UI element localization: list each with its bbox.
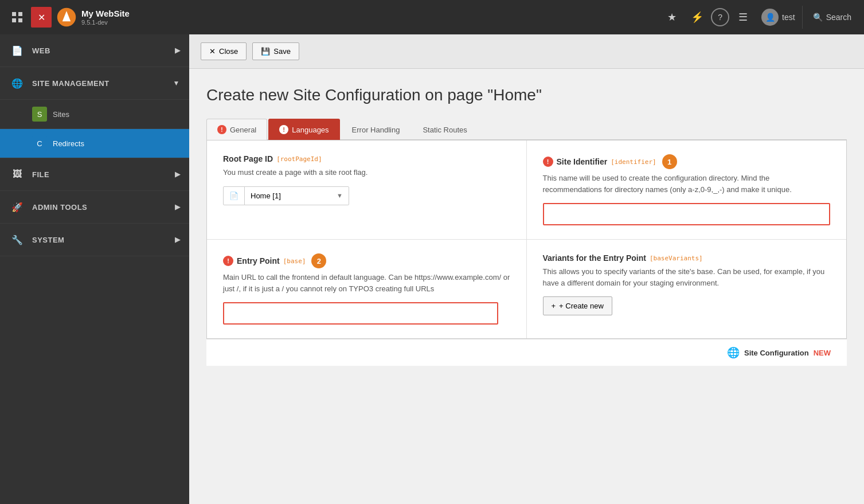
site-identifier-label: ! Site Identifier [identifier] 1: [543, 154, 831, 169]
form-section-2: ! Entry Point [base] 2 Main URL to call …: [207, 240, 846, 338]
close-icon: ✕: [209, 47, 216, 56]
footer-status: 🌐 Site Configuration NEW: [727, 346, 831, 359]
tab-languages-label: Languages: [292, 126, 329, 134]
entry-point-label-text: Entry Point: [237, 256, 280, 265]
brand-text: My WebSite 9.5.1-dev: [81, 9, 130, 26]
content-area: ✕ Close 💾 Save Create new Site Configura…: [189, 34, 864, 504]
base-variants-field: Variants for the Entry Point [baseVarian…: [527, 240, 847, 338]
tab-static-routes-label: Static Routes: [423, 126, 467, 134]
site-identifier-input[interactable]: [543, 203, 831, 225]
chevron-right-icon: ▶: [175, 46, 181, 54]
sites-icon: S: [32, 107, 47, 122]
tab-general[interactable]: ! General: [206, 119, 267, 140]
topbar-icons: ★ ⚡ ? ☰ 👤 test 🔍 Search: [660, 6, 858, 29]
form-section-1: Root Page ID [rootPageId] You must creat…: [207, 140, 846, 240]
sidebar-item-web[interactable]: 📄 WEB ▶: [0, 34, 189, 67]
base-variants-label: Variants for the Entry Point [baseVarian…: [543, 253, 831, 263]
sidebar-item-label: ADMIN TOOLS: [32, 203, 87, 212]
sidebar-item-file[interactable]: 🖼 FILE ▶: [0, 158, 189, 191]
sidebar-item-label: SITE MANAGEMENT: [32, 79, 110, 88]
page-title: Create new Site Configuration on page "H…: [206, 86, 847, 104]
entry-point-desc: Main URL to call the frontend in default…: [223, 272, 510, 294]
root-page-id-label: Root Page ID [rootPageId]: [223, 154, 510, 163]
close-button[interactable]: ✕ Close: [201, 42, 247, 60]
user-menu[interactable]: 👤 test: [757, 6, 800, 29]
close-label: Close: [219, 47, 238, 56]
brand: My WebSite 9.5.1-dev: [56, 7, 130, 28]
sidebar-item-site-management[interactable]: 🌐 SITE MANAGEMENT ▼: [0, 67, 189, 100]
plus-icon: +: [552, 302, 556, 310]
close-module-button[interactable]: ✕: [31, 7, 52, 28]
grid-icon: [11, 11, 23, 23]
site-identifier-label-text: Site Identifier: [557, 157, 608, 166]
svg-rect-3: [18, 18, 22, 22]
tabs: ! General ! Languages Error Handling Sta…: [206, 118, 847, 140]
footer-status-value: NEW: [814, 349, 831, 357]
footer-status-label: Site Configuration: [744, 349, 809, 357]
create-new-button[interactable]: + + Create new: [543, 296, 612, 315]
chevron-right-icon: ▶: [175, 236, 181, 244]
admin-tools-icon: 🚀: [9, 199, 25, 215]
globe-icon: 🌐: [727, 346, 740, 359]
sidebar-item-admin-tools[interactable]: 🚀 ADMIN TOOLS ▶: [0, 191, 189, 224]
root-page-id-tag: [rootPageId]: [276, 155, 322, 163]
site-identifier-desc: This name will be used to create the con…: [543, 173, 831, 195]
svg-rect-2: [12, 18, 16, 22]
sidebar-item-label: WEB: [32, 46, 50, 55]
chevron-down-icon: ▼: [331, 187, 349, 204]
sidebar-sub-label: Sites: [53, 110, 69, 119]
help-icon[interactable]: ?: [711, 8, 729, 26]
brand-name: My WebSite: [81, 9, 130, 19]
error-badge-general: !: [217, 125, 226, 134]
base-variants-desc: This allows you to specify variants of t…: [543, 266, 831, 288]
flash-icon[interactable]: ⚡: [686, 6, 709, 29]
web-icon: 📄: [9, 42, 25, 58]
entry-point-error-icon: !: [223, 256, 233, 266]
bookmark-icon[interactable]: ★: [660, 6, 683, 29]
main-content: Create new Site Configuration on page "H…: [189, 69, 864, 504]
save-button[interactable]: 💾 Save: [252, 42, 299, 60]
tab-error-handling[interactable]: Error Handling: [341, 119, 411, 140]
root-page-select-wrapper: 📄 Home [1] ▼: [223, 186, 349, 205]
form-container: Root Page ID [rootPageId] You must creat…: [206, 140, 847, 339]
entry-point-tag: [base]: [283, 257, 306, 265]
root-page-id-field: Root Page ID [rootPageId] You must creat…: [207, 140, 527, 239]
sidebar-sub-label: Redirects: [53, 139, 84, 148]
chevron-right-icon: ▶: [175, 170, 181, 178]
search-button[interactable]: 🔍 Search: [802, 6, 858, 29]
site-identifier-error-icon: !: [543, 157, 553, 167]
redirects-icon: C: [32, 136, 47, 151]
step-2-badge: 2: [311, 253, 326, 268]
create-new-label: + Create new: [559, 302, 604, 310]
grid-menu-button[interactable]: [6, 6, 29, 29]
list-icon[interactable]: ☰: [732, 6, 754, 29]
sidebar-item-label: FILE: [32, 170, 49, 179]
user-name: test: [782, 13, 795, 22]
sidebar-item-system[interactable]: 🔧 SYSTEM ▶: [0, 224, 189, 256]
svg-rect-0: [12, 12, 16, 16]
site-identifier-tag: [identifier]: [611, 158, 656, 166]
avatar: 👤: [761, 9, 779, 26]
toolbar: ✕ Close 💾 Save: [189, 34, 864, 69]
tab-static-routes[interactable]: Static Routes: [412, 119, 478, 140]
sidebar: 📄 WEB ▶ 🌐 SITE MANAGEMENT ▼ S Sites C Re…: [0, 34, 189, 504]
tab-general-label: General: [230, 126, 256, 134]
page-icon: 📄: [224, 187, 245, 205]
search-label: Search: [826, 13, 851, 22]
brand-version: 9.5.1-dev: [81, 19, 130, 26]
sidebar-item-redirects[interactable]: C Redirects: [0, 129, 189, 158]
root-page-id-desc: You must create a page with a site root …: [223, 167, 510, 178]
tab-languages[interactable]: ! Languages: [268, 119, 339, 140]
entry-point-field: ! Entry Point [base] 2 Main URL to call …: [207, 240, 527, 338]
root-page-select[interactable]: Home [1]: [245, 187, 331, 205]
topbar: ✕ My WebSite 9.5.1-dev ★ ⚡ ? ☰ 👤 test 🔍 …: [0, 0, 864, 34]
error-badge-languages: !: [279, 125, 288, 134]
svg-rect-1: [18, 12, 22, 16]
sidebar-item-label: SYSTEM: [32, 236, 64, 244]
sidebar-item-sites[interactable]: S Sites: [0, 100, 189, 129]
base-variants-label-text: Variants for the Entry Point: [543, 253, 646, 263]
step-1-badge: 1: [662, 154, 677, 169]
site-identifier-field: ! Site Identifier [identifier] 1 This na…: [527, 140, 847, 239]
search-icon: 🔍: [813, 13, 823, 22]
entry-point-input[interactable]: [223, 302, 498, 325]
